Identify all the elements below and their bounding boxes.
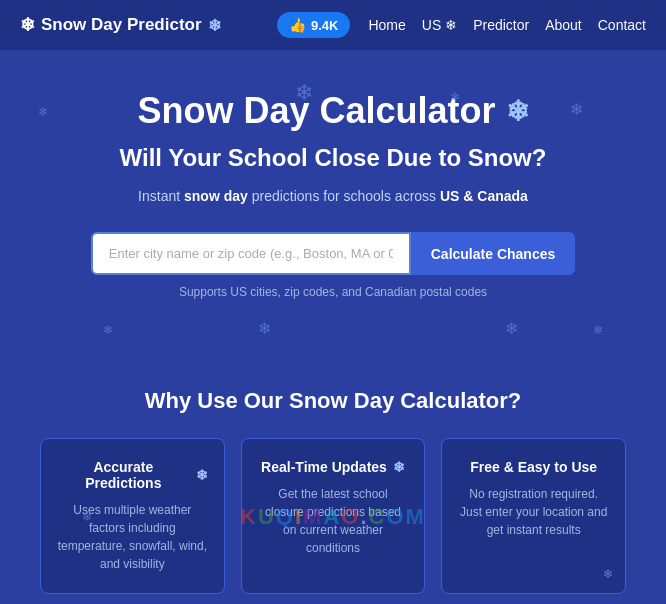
nav-contact-link[interactable]: Contact	[598, 17, 646, 33]
hero-subtitle: Will Your School Close Due to Snow?	[40, 144, 626, 172]
logo-snowflake-icon: ❄	[20, 14, 35, 36]
deco-sf-7: ❄	[505, 319, 518, 338]
card-free-text: Free & Easy to Use	[470, 459, 597, 475]
card-realtime-desc: Get the latest school closure prediction…	[258, 485, 409, 557]
nav-about-link[interactable]: About	[545, 17, 582, 33]
search-bar: Calculate Chances	[40, 232, 626, 275]
hero-section: ❄ ❄ ❄ ❄ Snow Day Calculator ❄ Will Your …	[0, 50, 666, 368]
search-input[interactable]	[91, 232, 411, 275]
deco-sf-6: ❄	[258, 319, 271, 338]
calculate-button[interactable]: Calculate Chances	[411, 232, 576, 275]
card-free: Free & Easy to Use No registration requi…	[441, 438, 626, 594]
desc-keyword: snow day	[184, 188, 248, 204]
nav-right: 👍 9.4K Home US ❄ Predictor About Contact	[277, 12, 646, 38]
deco-sf-8: ❄	[593, 323, 603, 337]
card-realtime-text: Real-Time Updates	[261, 459, 387, 475]
nav-predictor-link[interactable]: Predictor	[473, 17, 529, 33]
deco-sf-5: ❄	[103, 323, 113, 337]
thumbs-up-icon: 👍	[289, 17, 306, 33]
like-badge[interactable]: 👍 9.4K	[277, 12, 350, 38]
desc-suffix: predictions for schools across	[248, 188, 440, 204]
search-hint: Supports US cities, zip codes, and Canad…	[40, 285, 626, 299]
hero-title-text: Snow Day Calculator	[137, 90, 495, 132]
card-accurate-snowflake-icon: ❄	[196, 467, 208, 483]
logo-snowflake2-icon: ❄	[208, 16, 221, 35]
why-section: Why Use Our Snow Day Calculator? Accurat…	[0, 368, 666, 604]
card-free-snowflake-icon: ❄	[603, 567, 613, 581]
card-free-desc: No registration required. Just enter you…	[458, 485, 609, 539]
nav-home-link[interactable]: Home	[368, 17, 405, 33]
hero-title: Snow Day Calculator ❄	[40, 90, 626, 132]
nav-us-link[interactable]: US ❄	[422, 17, 457, 33]
site-logo: ❄ Snow Day Predictor ❄	[20, 14, 221, 36]
desc-prefix: Instant	[138, 188, 184, 204]
card-accurate-title: Accurate Predictions ❄	[57, 459, 208, 491]
nav-links: Home US ❄ Predictor About Contact	[368, 17, 646, 33]
card-realtime: Real-Time Updates ❄ Get the latest schoo…	[241, 438, 426, 594]
card-realtime-snowflake-icon: ❄	[393, 459, 405, 475]
like-count: 9.4K	[311, 18, 338, 33]
card-free-title: Free & Easy to Use	[458, 459, 609, 475]
card-accurate: Accurate Predictions ❄ Uses multiple wea…	[40, 438, 225, 594]
why-title: Why Use Our Snow Day Calculator?	[40, 388, 626, 414]
hero-description: Instant snow day predictions for schools…	[40, 188, 626, 204]
hero-title-snowflake-icon: ❄	[506, 95, 529, 128]
desc-highlight: US & Canada	[440, 188, 528, 204]
cards-row: Accurate Predictions ❄ Uses multiple wea…	[40, 438, 626, 594]
card-accurate-desc: Uses multiple weather factors including …	[57, 501, 208, 573]
card-realtime-title: Real-Time Updates ❄	[258, 459, 409, 475]
navbar: ❄ Snow Day Predictor ❄ 👍 9.4K Home US ❄ …	[0, 0, 666, 50]
logo-text: Snow Day Predictor	[41, 15, 202, 35]
card-accurate-text: Accurate Predictions	[57, 459, 190, 491]
